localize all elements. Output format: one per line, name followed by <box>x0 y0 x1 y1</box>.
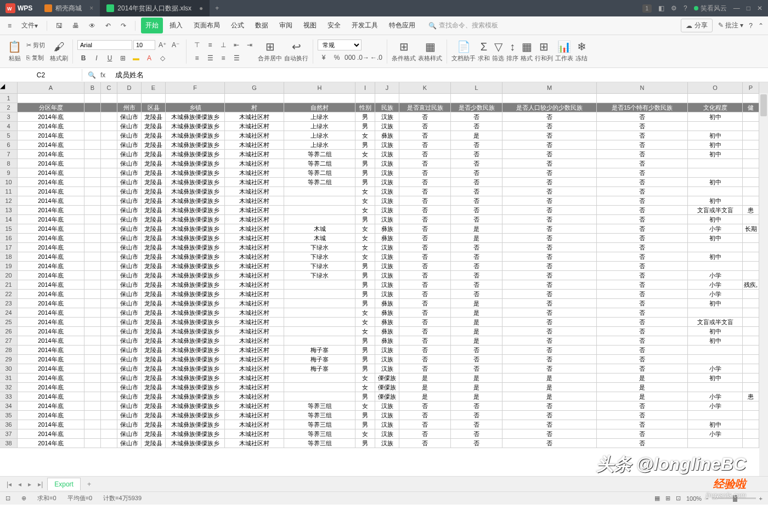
cell[interactable]: 否 <box>451 140 502 149</box>
cell[interactable]: 龙陵县 <box>142 318 166 326</box>
cell[interactable]: 初中 <box>688 196 743 205</box>
cell[interactable]: 是 <box>451 392 502 401</box>
cell[interactable] <box>84 392 101 401</box>
row-9[interactable]: 92014年底保山市龙陵县木城彝族傈僳族乡木城社区村等养二组男汉族否否否否 <box>0 168 768 178</box>
cell[interactable]: 梅子寨 <box>284 355 355 364</box>
menu-开发工具[interactable]: 开发工具 <box>347 18 382 33</box>
cell[interactable]: 木城社区村 <box>225 290 284 298</box>
cell[interactable] <box>743 168 759 177</box>
cell[interactable] <box>743 364 759 373</box>
cell[interactable]: 龙陵县 <box>142 168 166 177</box>
cell[interactable] <box>743 243 759 252</box>
cell[interactable]: 否 <box>502 159 597 168</box>
cell[interactable]: 汉族 <box>375 280 399 289</box>
cell[interactable]: 民族 <box>375 103 399 112</box>
row-7[interactable]: 72014年底保山市龙陵县木城彝族傈僳族乡木城社区村等养二组女汉族否否否否初中 <box>0 150 768 159</box>
cell[interactable]: 否 <box>399 364 451 373</box>
new-tab-button[interactable]: + <box>210 4 224 12</box>
cell[interactable]: 木城彝族傈僳族乡 <box>166 168 225 177</box>
cell[interactable]: 否 <box>399 308 451 317</box>
cell[interactable]: 2014年底 <box>18 336 84 345</box>
cell[interactable]: 女 <box>355 224 375 233</box>
cell[interactable]: 否 <box>502 252 597 261</box>
cell[interactable]: 否 <box>502 336 597 345</box>
cell[interactable] <box>743 196 759 205</box>
cell[interactable]: 木城社区村 <box>225 187 284 196</box>
col-header-J[interactable]: J <box>375 82 399 93</box>
cell[interactable]: 木城 <box>284 224 355 233</box>
col-header-M[interactable]: M <box>502 82 597 93</box>
comma-icon[interactable]: 000 <box>344 52 356 64</box>
cell[interactable]: 否 <box>399 206 451 214</box>
row-32[interactable]: 322014年底保山市龙陵县木城彝族傈僳族乡木城社区村女傈僳族是是是是 <box>0 383 768 392</box>
cell[interactable]: 2014年底 <box>18 131 84 140</box>
cell[interactable]: 木城社区村 <box>225 168 284 177</box>
cell[interactable]: 男 <box>355 112 375 121</box>
cell[interactable]: 上绿水 <box>284 131 355 140</box>
cell[interactable]: 男 <box>355 336 375 345</box>
cell[interactable] <box>101 178 117 186</box>
cell[interactable]: 2014年底 <box>18 355 84 364</box>
cell[interactable] <box>84 224 101 233</box>
cell[interactable]: 木城彝族傈僳族乡 <box>166 252 225 261</box>
cell[interactable]: 保山市 <box>117 392 142 401</box>
spreadsheet[interactable]: ◢ ABCDEFGHIJKLMNOP 12分区年度州市区县乡镇村自然村性别民族是… <box>0 82 768 476</box>
fill-color-button[interactable]: ▬ <box>130 52 142 64</box>
cell[interactable] <box>101 234 117 242</box>
cell[interactable]: 木城彝族傈僳族乡 <box>166 383 225 392</box>
menu-开始[interactable]: 开始 <box>141 18 163 33</box>
cell[interactable] <box>451 94 502 103</box>
cell[interactable]: 汉族 <box>375 178 399 186</box>
zoom-value[interactable]: 100% <box>686 495 702 502</box>
cell[interactable]: 否 <box>399 262 451 270</box>
row-14[interactable]: 142014年底保山市龙陵县木城彝族傈僳族乡木城社区村男汉族否否否否初中 <box>0 215 768 224</box>
cell[interactable]: 傈僳族 <box>375 392 399 401</box>
cell[interactable]: 汉族 <box>375 252 399 261</box>
cell[interactable]: 保山市 <box>117 299 142 308</box>
cell[interactable] <box>84 346 101 354</box>
cell[interactable]: 木城彝族傈僳族乡 <box>166 196 225 205</box>
cell[interactable]: 木城彝族傈僳族乡 <box>166 206 225 214</box>
cell[interactable] <box>84 122 101 131</box>
cell[interactable]: 女 <box>355 150 375 159</box>
cell[interactable]: 女 <box>355 131 375 140</box>
cell[interactable]: 木城社区村 <box>225 178 284 186</box>
cell[interactable]: 是否人口较少的少数民族 <box>502 103 597 112</box>
cell[interactable]: 汉族 <box>375 411 399 420</box>
cell[interactable]: 保山市 <box>117 159 142 168</box>
zoom-out-button[interactable]: − <box>705 495 708 502</box>
cell[interactable] <box>142 94 166 103</box>
cell[interactable]: 木城彝族傈僳族乡 <box>166 234 225 242</box>
sheet-nav-first[interactable]: |◂ <box>4 480 14 488</box>
view-normal-icon[interactable]: ▦ <box>654 495 660 502</box>
cell[interactable] <box>101 346 117 354</box>
col-header-L[interactable]: L <box>451 82 502 93</box>
cell[interactable]: 龙陵县 <box>142 224 166 233</box>
window-tab-0[interactable]: 稻壳商城× <box>38 0 100 16</box>
cell[interactable]: 保山市 <box>117 336 142 345</box>
row-34[interactable]: 342014年底保山市龙陵县木城彝族傈僳族乡木城社区村等养三组女汉族否否否否小学 <box>0 401 768 411</box>
decrease-font-icon[interactable]: A⁻ <box>170 39 182 51</box>
cell[interactable] <box>743 355 759 364</box>
cell[interactable] <box>597 94 688 103</box>
wrap-text-button[interactable]: ↩自动换行 <box>284 40 308 63</box>
cell[interactable]: 否 <box>502 439 597 448</box>
cell[interactable]: 龙陵县 <box>142 206 166 214</box>
cell[interactable]: 木城彝族傈僳族乡 <box>166 290 225 298</box>
cell[interactable]: 木城彝族傈僳族乡 <box>166 336 225 345</box>
cell[interactable]: 2014年底 <box>18 373 84 382</box>
cell[interactable] <box>743 308 759 317</box>
cell[interactable] <box>743 429 759 438</box>
cell[interactable]: 否 <box>451 346 502 354</box>
cell[interactable]: 否 <box>399 168 451 177</box>
cell[interactable]: 初中 <box>688 131 743 140</box>
cell[interactable]: 木城彝族傈僳族乡 <box>166 122 225 131</box>
cell[interactable]: 否 <box>399 252 451 261</box>
cell[interactable] <box>743 94 759 103</box>
cell[interactable]: 木城彝族傈僳族乡 <box>166 224 225 233</box>
cell[interactable]: 木城彝族傈僳族乡 <box>166 364 225 373</box>
cell[interactable] <box>225 94 284 103</box>
cell[interactable]: 木城彝族傈僳族乡 <box>166 308 225 317</box>
cell[interactable]: 男 <box>355 280 375 289</box>
cell[interactable]: 初中 <box>688 327 743 336</box>
